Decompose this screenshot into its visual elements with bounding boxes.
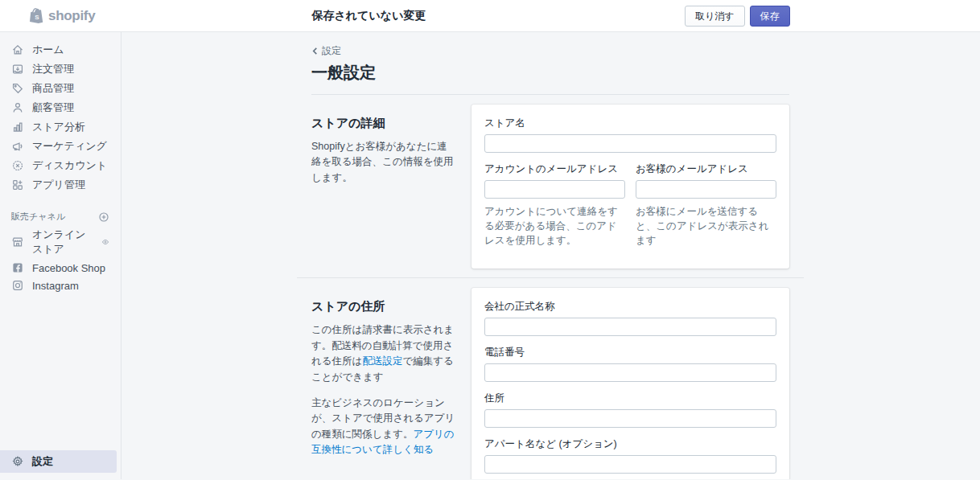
legal-name-label: 会社の正式名称 <box>484 300 776 314</box>
instagram-icon <box>11 279 24 292</box>
customer-email-input[interactable] <box>636 180 776 199</box>
section-description-location: 主なビジネスのロケーションが、ストアで使用されるアプリの種類に関係します。アプリ… <box>311 396 457 458</box>
sidebar-spacer <box>0 294 121 450</box>
phone-label: 電話番号 <box>484 346 776 359</box>
topbar: S shopify 保存されていない変更 取り消す 保存 <box>0 0 980 32</box>
section-title: ストアの住所 <box>311 299 457 314</box>
store-address-section: ストアの住所 この住所は請求書に表示されます。配送料の自動計算で使用される住所は… <box>311 278 789 479</box>
store-name-label: ストア名 <box>484 117 776 130</box>
sales-channels-label: 販売チャネル <box>11 211 65 223</box>
account-email-field-group: アカウントのメールアドレス アカウントについて連絡をする必要がある場合、このアド… <box>484 162 625 248</box>
discard-button[interactable]: 取り消す <box>685 6 745 27</box>
settings-page: 設定 一般設定 ストアの詳細 Shopifyとお客様があなたに連絡を取る場合、こ… <box>297 32 804 479</box>
sidebar-item-apps[interactable]: アプリ管理 <box>0 175 121 195</box>
sidebar-item-label: 顧客管理 <box>32 101 74 115</box>
account-email-help: アカウントについて連絡をする必要がある場合、このアドレスを使用します。 <box>484 204 625 248</box>
sidebar-item-facebook-shop[interactable]: Facebook Shop <box>0 259 121 277</box>
shopify-wordmark: shopify <box>48 8 95 24</box>
apps-icon <box>11 178 24 191</box>
sidebar-item-analytics[interactable]: ストア分析 <box>0 117 121 137</box>
sidebar-item-label: Facebook Shop <box>32 262 105 274</box>
sidebar-item-label: オンラインストア <box>32 228 93 256</box>
phone-input[interactable] <box>484 363 776 382</box>
sidebar-item-label: ストア分析 <box>32 120 85 134</box>
section-description-billing: この住所は請求書に表示されます。配送料の自動計算で使用される住所は配送設定で編集… <box>311 322 457 385</box>
sidebar: ホーム 注文管理 商品管理 顧客管理 ストア分析 マーケティング ディスカウント <box>0 32 121 479</box>
address-input[interactable] <box>484 409 776 428</box>
store-name-input[interactable] <box>484 134 776 153</box>
sidebar-item-label: マーケティング <box>32 139 107 154</box>
sidebar-item-label: ホーム <box>32 43 64 57</box>
breadcrumb-label: 設定 <box>322 44 341 58</box>
section-title: ストアの詳細 <box>311 116 457 131</box>
marketing-icon <box>11 140 24 153</box>
sidebar-item-orders[interactable]: 注文管理 <box>0 59 121 79</box>
sidebar-item-discounts[interactable]: ディスカウント <box>0 156 121 175</box>
sidebar-item-customers[interactable]: 顧客管理 <box>0 98 121 117</box>
section-description: Shopifyとお客様があなたに連絡を取る場合、この情報を使用します。 <box>311 139 457 186</box>
store-details-card: ストア名 アカウントのメールアドレス アカウントについて連絡をする必要がある場合… <box>471 105 789 269</box>
apartment-label: アパート名など (オプション) <box>484 437 776 451</box>
apartment-input[interactable] <box>484 455 776 474</box>
orders-icon <box>11 63 24 76</box>
main-area: 設定 一般設定 ストアの詳細 Shopifyとお客様があなたに連絡を取る場合、こ… <box>121 32 980 479</box>
customers-icon <box>11 101 24 114</box>
sidebar-item-label: アプリ管理 <box>32 178 85 192</box>
chevron-left-icon <box>311 47 319 55</box>
breadcrumb[interactable]: 設定 <box>311 44 341 58</box>
shopify-bag-icon: S <box>30 8 43 23</box>
apartment-field-group: アパート名など (オプション) <box>484 437 776 474</box>
shipping-settings-link[interactable]: 配送設定 <box>362 355 402 367</box>
sidebar-item-label: Instagram <box>32 280 79 292</box>
sidebar-item-settings[interactable]: 設定 <box>0 450 117 473</box>
sidebar-item-instagram[interactable]: Instagram <box>0 277 121 294</box>
sidebar-item-label: 設定 <box>32 454 53 469</box>
unsaved-changes-label: 保存されていない変更 <box>312 9 426 23</box>
customer-email-field-group: お客様のメールアドレス お客様にメールを送信すると、このアドレスが表示されます <box>636 162 776 248</box>
customer-email-label: お客様のメールアドレス <box>636 162 776 176</box>
account-email-label: アカウントのメールアドレス <box>484 162 625 176</box>
address-field-group: 住所 <box>484 392 776 428</box>
analytics-icon <box>11 121 24 133</box>
sidebar-item-label: ディスカウント <box>32 158 107 173</box>
products-icon <box>11 82 24 95</box>
gear-icon <box>11 455 24 468</box>
save-button[interactable]: 保存 <box>750 6 790 27</box>
facebook-icon <box>11 261 24 274</box>
store-name-field-group: ストア名 <box>484 117 776 153</box>
store-address-card: 会社の正式名称 電話番号 住所 アパート名など (オプション) <box>471 288 789 479</box>
customer-email-help: お客様にメールを送信すると、このアドレスが表示されます <box>636 204 776 248</box>
contextual-save-bar: 保存されていない変更 取り消す 保存 <box>121 0 980 31</box>
page-title: 一般設定 <box>311 62 789 84</box>
account-email-input[interactable] <box>484 180 625 199</box>
sidebar-item-home[interactable]: ホーム <box>0 40 121 59</box>
address-label: 住所 <box>484 392 776 405</box>
add-channel-icon[interactable] <box>98 211 109 223</box>
sidebar-item-products[interactable]: 商品管理 <box>0 79 121 98</box>
legal-name-field-group: 会社の正式名称 <box>484 300 776 336</box>
sidebar-item-label: 注文管理 <box>32 62 74 76</box>
store-details-section: ストアの詳細 Shopifyとお客様があなたに連絡を取る場合、この情報を使用しま… <box>311 95 789 269</box>
sidebar-item-online-store[interactable]: オンラインストア <box>0 225 121 259</box>
phone-field-group: 電話番号 <box>484 346 776 382</box>
sales-channels-header: 販売チャネル <box>0 207 121 225</box>
svg-text:S: S <box>35 14 39 21</box>
legal-name-input[interactable] <box>484 318 776 336</box>
eye-icon[interactable] <box>101 236 109 248</box>
sidebar-item-marketing[interactable]: マーケティング <box>0 137 121 156</box>
online-store-icon <box>11 236 24 248</box>
discounts-icon <box>11 159 24 172</box>
shopify-logo[interactable]: S shopify <box>0 0 121 31</box>
sidebar-item-label: 商品管理 <box>32 81 74 96</box>
home-icon <box>11 43 24 56</box>
